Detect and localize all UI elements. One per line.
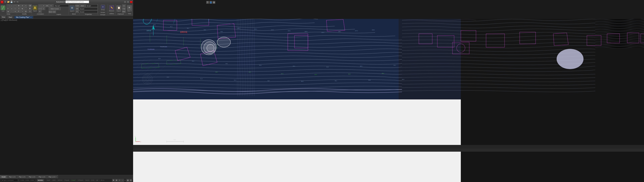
groups-button[interactable]: Groups xyxy=(100,11,105,14)
match-props-button[interactable]: Match xyxy=(79,4,86,7)
polar-button[interactable]: POLAR xyxy=(64,179,70,181)
draw-btn4[interactable]: ▭ xyxy=(10,7,13,10)
zoom-extents-icon[interactable]: ⊞ xyxy=(115,179,118,182)
close-button[interactable]: ✕ xyxy=(130,1,132,3)
svg-rect-110 xyxy=(133,145,644,149)
svg-rect-111 xyxy=(133,149,644,152)
undo-button[interactable]: ↩ xyxy=(13,1,16,3)
rotate-button[interactable]: ↺ xyxy=(21,4,24,7)
draw-btn8[interactable]: ▾ xyxy=(14,10,17,13)
minimize-button[interactable]: ─ xyxy=(124,1,126,3)
svg-text:91.4: 91.4 xyxy=(200,78,203,79)
arc-button[interactable]: ◠ xyxy=(14,4,17,7)
match-layer-button[interactable]: Match xyxy=(49,11,52,13)
search-input[interactable] xyxy=(66,1,88,3)
save-button[interactable]: 💾 xyxy=(10,1,13,3)
restore-button[interactable]: □ xyxy=(127,1,130,3)
fillet-button[interactable]: ⌒ xyxy=(24,7,28,10)
edit-block-button[interactable]: Edit xyxy=(76,7,79,10)
zoom-in-icon[interactable]: + xyxy=(118,179,121,182)
line-button[interactable]: ╱ Line xyxy=(0,5,6,12)
extended-workspace[interactable]: DRIVE DRIVE TOURIGAN TOURIGAN 96.5 97.2 … xyxy=(133,0,644,182)
paste-button[interactable]: 📋 Paste ▾ xyxy=(116,5,122,12)
draw-btn7[interactable]: ⋯ xyxy=(10,10,13,13)
create-block-button[interactable]: Create xyxy=(76,4,79,7)
workspace-icon[interactable]: ⊟ xyxy=(130,179,132,182)
otrack-button[interactable]: OTRACK xyxy=(77,179,84,181)
tab-plan4[interactable]: Plan 1:4 k xyxy=(37,175,47,178)
linetype-dropdown[interactable]: ByLayer xyxy=(79,8,98,10)
search-box[interactable] xyxy=(66,1,89,3)
measure-button[interactable]: 📏 Measure xyxy=(108,5,115,12)
make-current-button[interactable]: Make Current xyxy=(49,8,61,10)
tab-plan5[interactable]: Plan 1:4 k + xyxy=(47,175,58,178)
sign-in-icon[interactable]: 👤 xyxy=(210,1,212,4)
stretch-button[interactable]: ⇱ xyxy=(17,10,20,13)
sketch-button[interactable]: ✏ xyxy=(6,7,10,10)
settings-icon[interactable]: ⚙ xyxy=(212,1,215,4)
ducs-button[interactable]: DUCS xyxy=(85,179,90,181)
ribbon-group-modify: ✤ ↺ ✂ ⎘ ⇆ ⌒ ⇱ ⤡ ⊞ xyxy=(17,4,32,15)
redo-button[interactable]: ↪ xyxy=(16,1,19,3)
insert-button[interactable]: ⊞ Insert ▾ xyxy=(69,5,75,12)
ortho-button[interactable]: ORTHO xyxy=(57,179,63,181)
layer-btn[interactable]: ≡ xyxy=(49,4,53,7)
ann-btn3[interactable]: ▾ xyxy=(38,10,42,13)
copy-clip-button[interactable]: Copy xyxy=(122,7,126,10)
cad-viewport[interactable]: DRIVE DRIVE TOURIGAN TOURIGAN 96.5 97.2 … xyxy=(133,0,644,182)
cut-button[interactable]: Cut xyxy=(122,4,126,7)
new-file-button[interactable]: 🗋 xyxy=(4,1,7,3)
view-settings-icon[interactable]: ▤ xyxy=(126,179,129,182)
pan-icon[interactable]: ✥ xyxy=(112,179,115,182)
ribbon-group-annotation: A Text ▾ ↔ ↗ ⊞ ├─┤ ◻ xyxy=(32,4,49,15)
tab-plan3[interactable]: Plan 1:4 k xyxy=(27,175,37,178)
osnap-button[interactable]: OSNAP xyxy=(70,179,76,181)
draw-btn6[interactable]: ◈ xyxy=(6,10,10,13)
dimension-button[interactable]: ↔ xyxy=(38,4,42,7)
modify-more-button[interactable]: ▾ xyxy=(28,10,32,13)
snap-button[interactable]: SNAP xyxy=(46,179,51,181)
dyn-button[interactable]: DYN xyxy=(90,179,95,181)
move-button[interactable]: ✤ xyxy=(17,4,20,7)
trim-button[interactable]: ✂ xyxy=(24,4,28,7)
open-file-button[interactable]: 📂 xyxy=(7,1,10,3)
draw-btn5[interactable]: ⬡ xyxy=(14,7,17,10)
layer-dropdown[interactable]: ● ByLayer xyxy=(54,4,69,7)
grid-button[interactable]: GRID xyxy=(52,179,56,181)
ann-btn2[interactable]: ◻ xyxy=(42,7,45,10)
svg-text:108.0: 108.0 xyxy=(372,29,375,31)
tab-model[interactable]: Model xyxy=(0,175,7,178)
erase-button[interactable]: ⌫ xyxy=(28,4,32,7)
circle-button[interactable]: ○ xyxy=(10,4,13,7)
copy-button[interactable]: ⎘ xyxy=(17,7,20,10)
model-indicator[interactable]: MODEL xyxy=(37,179,44,181)
group-button[interactable]: ⊡ Group xyxy=(100,4,106,11)
block-more-button[interactable]: ▾ xyxy=(76,10,79,13)
layer-edit-button[interactable]: Edit xyxy=(52,11,56,13)
color-dropdown[interactable]: ByLayer xyxy=(86,4,98,7)
tab-plan1[interactable]: Plan 1:4 k xyxy=(8,175,17,178)
command-input[interactable] xyxy=(3,179,17,181)
view-button[interactable]: 👁 Base ▾ xyxy=(126,5,132,12)
explode-button[interactable]: ✺ xyxy=(28,7,32,10)
zoom-out-icon[interactable]: - xyxy=(121,179,124,182)
array-button[interactable]: ⊞ xyxy=(24,10,28,13)
table-button[interactable]: ⊞ xyxy=(46,4,49,7)
mirror-button[interactable]: ⇆ xyxy=(21,7,24,10)
help-icon[interactable]: ? xyxy=(206,1,209,4)
polyline-button[interactable]: ⌒ xyxy=(6,4,10,7)
leader-button[interactable]: ↗ xyxy=(42,4,45,7)
lineweight-dropdown[interactable]: ByLayer xyxy=(79,11,98,13)
lw-button[interactable]: LW xyxy=(96,179,99,181)
text-button[interactable]: A Text ▾ xyxy=(32,5,38,12)
svg-text:90.4: 90.4 xyxy=(301,81,304,82)
linear-dim-button[interactable]: ├─┤ xyxy=(38,7,42,10)
tab-site-grading[interactable]: Site Grading Plan* ✕ xyxy=(14,16,33,19)
tab-start[interactable]: Start xyxy=(7,16,14,19)
tab-close-icon[interactable]: ✕ xyxy=(30,16,32,18)
base-button[interactable]: Base xyxy=(122,10,126,13)
scale-button[interactable]: ⤡ xyxy=(21,10,24,13)
ribbon-group-clipboard: 📋 Paste ▾ Cut Copy Base Clipboard xyxy=(116,4,126,15)
tab-plan2[interactable]: Plan 1:4 k xyxy=(17,175,27,178)
new-tab-button[interactable]: New xyxy=(1,16,6,18)
